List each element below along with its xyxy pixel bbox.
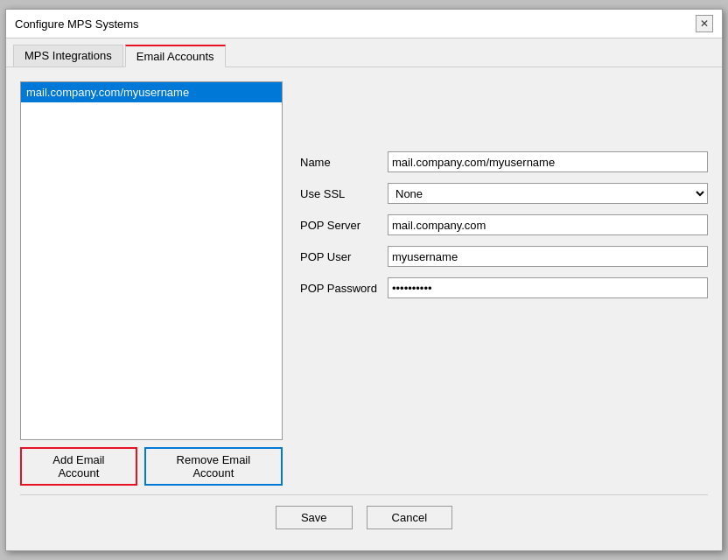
pop-server-label: POP Server [300,219,379,232]
dialog-title: Configure MPS Systems [15,18,139,31]
pop-server-row: POP Server [300,214,708,235]
pop-user-input[interactable] [388,246,708,267]
add-email-account-button[interactable]: Add Email Account [20,447,137,486]
main-area: mail.company.com/myusername Add Email Ac… [20,81,708,486]
tab-email-accounts[interactable]: Email Accounts [125,45,226,67]
pop-user-label: POP User [300,250,379,263]
pop-password-row: POP Password [300,277,708,298]
pop-password-input[interactable] [388,277,708,298]
close-button[interactable]: ✕ [696,15,713,32]
pop-password-label: POP Password [300,282,379,295]
tab-content: mail.company.com/myusername Add Email Ac… [6,67,722,550]
cancel-button[interactable]: Cancel [367,506,452,529]
tab-bar: MPS Integrations Email Accounts [6,38,722,67]
pop-server-input[interactable] [388,214,708,235]
footer: Save Cancel [20,494,708,536]
right-panel: Name Use SSL NoneSSLTLS POP Server POP U… [300,81,708,486]
remove-email-account-button[interactable]: Remove Email Account [144,447,283,486]
name-input[interactable] [388,151,708,172]
save-button[interactable]: Save [276,506,353,529]
list-item[interactable]: mail.company.com/myusername [21,82,282,102]
ssl-row: Use SSL NoneSSLTLS [300,183,708,204]
name-label: Name [300,156,379,169]
ssl-select[interactable]: NoneSSLTLS [388,183,708,204]
email-accounts-listbox[interactable]: mail.company.com/myusername [20,81,283,440]
name-row: Name [300,151,708,172]
title-bar: Configure MPS Systems ✕ [6,10,722,38]
left-button-group: Add Email Account Remove Email Account [20,447,283,486]
tab-mps-integrations[interactable]: MPS Integrations [13,45,123,67]
ssl-label: Use SSL [300,187,379,200]
left-panel: mail.company.com/myusername Add Email Ac… [20,81,283,486]
pop-user-row: POP User [300,246,708,267]
configure-dialog: Configure MPS Systems ✕ MPS Integrations… [5,9,723,551]
